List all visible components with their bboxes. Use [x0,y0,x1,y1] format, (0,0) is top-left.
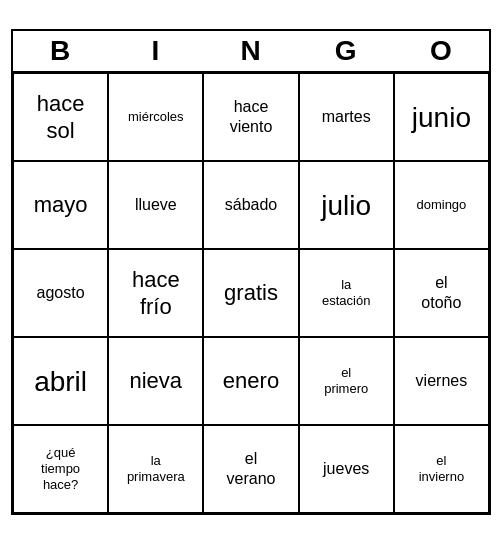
bingo-cell: sábado [203,161,298,249]
bingo-cell: laestación [299,249,394,337]
bingo-cell: junio [394,73,489,161]
bingo-cell: ¿quétiempohace? [13,425,108,513]
bingo-cell: abril [13,337,108,425]
bingo-cell: nieva [108,337,203,425]
bingo-cell: elinvierno [394,425,489,513]
bingo-cell: elprimero [299,337,394,425]
bingo-cell: martes [299,73,394,161]
bingo-grid: hacesolmiércoleshacevientomartesjuniomay… [13,73,489,513]
bingo-cell: haceviento [203,73,298,161]
bingo-cell: domingo [394,161,489,249]
bingo-cell: jueves [299,425,394,513]
bingo-cell: elverano [203,425,298,513]
bingo-cell: elotoño [394,249,489,337]
bingo-cell: gratis [203,249,298,337]
bingo-cell: viernes [394,337,489,425]
bingo-header-letter: N [203,31,298,71]
bingo-cell: enero [203,337,298,425]
bingo-cell: hacesol [13,73,108,161]
bingo-header: BINGO [13,31,489,73]
bingo-cell: llueve [108,161,203,249]
bingo-header-letter: B [13,31,108,71]
bingo-header-letter: G [299,31,394,71]
bingo-card: BINGO hacesolmiércoleshacevientomartesju… [11,29,491,515]
bingo-cell: miércoles [108,73,203,161]
bingo-header-letter: I [108,31,203,71]
bingo-cell: hacefrío [108,249,203,337]
bingo-cell: mayo [13,161,108,249]
bingo-cell: laprimavera [108,425,203,513]
bingo-cell: agosto [13,249,108,337]
bingo-cell: julio [299,161,394,249]
bingo-header-letter: O [394,31,489,71]
